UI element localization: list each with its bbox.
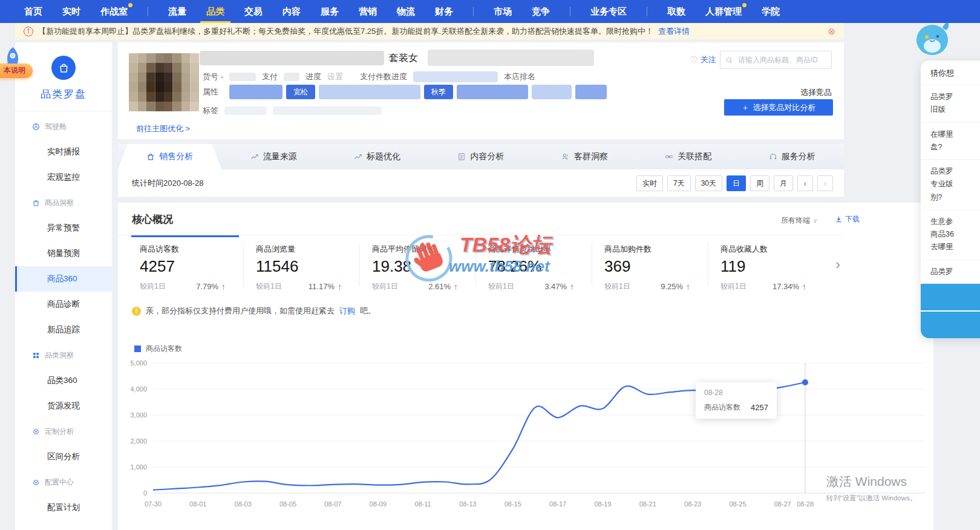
stat-card-1[interactable]: 商品浏览量 11546 较前1日11.17%↑: [244, 235, 360, 296]
nav-item-8[interactable]: 服务: [321, 0, 339, 23]
prev-page-button[interactable]: ‹: [797, 175, 813, 191]
pay-progress-label: 支付: [262, 71, 278, 82]
nav-item-19[interactable]: 人群管理: [705, 0, 742, 23]
stat-card-0[interactable]: 商品访客数 4257 较前1日7.79%↑: [128, 235, 244, 296]
assistant-panel: 猜你想 品类罗旧版在哪里盘?品类罗专业版别?生意参商品36去哪里品类罗: [921, 61, 980, 338]
helper-action-primary[interactable]: [921, 284, 980, 310]
tab-2[interactable]: 标题优化: [325, 144, 429, 169]
tab-0[interactable]: 销售分析: [118, 144, 221, 169]
compare-analysis-button[interactable]: ＋ 选择竞品对比分析: [724, 99, 833, 116]
product-info-row: 货号 - 支付 进度 设置 支付件数进度 本店排名: [203, 71, 535, 82]
attr-label: 属性: [203, 87, 218, 97]
sidebar: 品类罗盘 驾驶舱实时播报宏观监控商品洞察异常预警销量预测商品360商品诊断新品追…: [15, 42, 112, 530]
download-button[interactable]: 下载: [835, 214, 860, 224]
mascot-assistant-icon[interactable]: [915, 21, 951, 62]
follow-button[interactable]: ♡ 关注: [690, 54, 716, 65]
nav-item-2[interactable]: 作战室: [100, 0, 128, 23]
stat-card-4[interactable]: 商品加购件数 369 较前1日9.25%↑: [592, 235, 708, 296]
stat-card-5[interactable]: 商品收藏人数 119 较前1日17.34%↑: [708, 235, 825, 296]
nav-item-20[interactable]: 学院: [762, 0, 780, 23]
nav-item-4[interactable]: 流量: [168, 0, 186, 23]
svg-text:3,000: 3,000: [130, 411, 147, 419]
nav-item-0[interactable]: 首页: [24, 0, 42, 23]
nav-item-18[interactable]: 取数: [667, 0, 685, 23]
assistant-faq-list: 品类罗旧版在哪里盘?品类罗专业版别?生意参商品36去哪里品类罗: [921, 85, 980, 284]
sidebar-item-11[interactable]: 货源发现: [15, 393, 112, 419]
shop-rank-label: 本店排名: [504, 71, 535, 82]
svg-text:08-01: 08-01: [189, 500, 206, 508]
tooltip-series-label: 商品访客数: [704, 402, 740, 413]
settings-link[interactable]: 设置: [327, 71, 343, 82]
helper-item-4[interactable]: 品类罗: [921, 260, 980, 284]
period-button-2[interactable]: 30天: [695, 175, 722, 191]
period-button-5[interactable]: 月: [774, 175, 793, 191]
main-image-optimize-link[interactable]: 前往主图优化 >: [136, 123, 190, 134]
nav-item-5[interactable]: 品类: [206, 0, 224, 23]
up-arrow-icon: ↑: [454, 282, 458, 292]
banner-close-icon[interactable]: ⊗: [828, 26, 835, 37]
period-button-3[interactable]: 日: [727, 175, 746, 191]
dashboard-icon: [32, 123, 40, 131]
search-input[interactable]: [737, 55, 826, 65]
svg-text:08-15: 08-15: [505, 500, 521, 508]
cards-next-chevron-icon[interactable]: ›: [835, 258, 840, 270]
nav-item-9[interactable]: 营销: [359, 0, 377, 23]
nav-item-10[interactable]: 物流: [397, 0, 415, 23]
notice-text-end: 吧。: [360, 306, 376, 316]
sidebar-item-8[interactable]: 新品追踪: [15, 317, 112, 342]
item-number-label: 货号 -: [203, 71, 223, 82]
stat-card-3[interactable]: 商品详情页跳出率 78.26% 较前1日3.47%↑: [476, 235, 592, 296]
version-note-pill[interactable]: 本说明: [0, 64, 33, 78]
sidebar-item-6[interactable]: 商品360: [15, 266, 112, 292]
nav-item-13[interactable]: 市场: [494, 0, 512, 23]
sidebar-item-7[interactable]: 商品诊断: [15, 292, 112, 317]
product-image[interactable]: [129, 53, 199, 111]
blurred-title-blob: [428, 50, 594, 66]
period-button-0[interactable]: 实时: [636, 175, 663, 191]
tab-5[interactable]: 关联搭配: [636, 144, 740, 169]
period-button-4[interactable]: 周: [750, 175, 769, 191]
banner-details-link[interactable]: 查看详情: [658, 26, 690, 37]
stat-toolbar: 统计时间2020-08-28 实时7天30天日周月‹›: [118, 169, 844, 197]
period-button-1[interactable]: 7天: [667, 175, 691, 191]
sidebar-item-4[interactable]: 异常预警: [15, 215, 112, 241]
chart-legend[interactable]: 商品访客数: [134, 344, 182, 354]
blurred-attr-pill: [457, 85, 528, 99]
helper-item-0[interactable]: 品类罗旧版: [921, 85, 980, 122]
nav-item-7[interactable]: 内容: [283, 0, 301, 23]
stat-time-label: 统计时间2020-08-28: [132, 178, 204, 189]
helper-item-2[interactable]: 品类罗专业版别?: [921, 159, 980, 209]
stat-card-2[interactable]: 商品平均停留时长 19.38 较前1日2.61%↑: [360, 235, 476, 296]
banner-text: 【新功能提前享本周即止】品类罗盘福利继续，多重好礼不断；每天免费抽奖，年度优惠低…: [38, 26, 653, 37]
nav-item-1[interactable]: 实时: [62, 0, 80, 23]
sidebar-item-10[interactable]: 品类360: [15, 368, 112, 393]
sidebar-item-2[interactable]: 宏观监控: [15, 165, 112, 190]
visitors-trend-chart[interactable]: 01,0002,0003,0004,0005,00007-3008-0108-0…: [118, 357, 933, 514]
nav-item-11[interactable]: 财务: [435, 0, 453, 23]
tab-6[interactable]: 服务分析: [740, 144, 844, 169]
attr-pill-1: 宽松: [286, 85, 315, 99]
tab-4[interactable]: 客群洞察: [533, 144, 636, 169]
legend-label: 商品访客数: [146, 344, 182, 354]
product-search-box: [720, 51, 832, 69]
sidebar-item-15[interactable]: 配置计划: [15, 495, 112, 520]
helper-item-1[interactable]: 在哪里盘?: [921, 122, 980, 160]
kpi-cards-row: 商品访客数 4257 较前1日7.79%↑ 商品浏览量 11546 较前1日11…: [118, 235, 844, 296]
helper-action-secondary[interactable]: [921, 312, 980, 338]
nav-item-14[interactable]: 竞争: [532, 0, 550, 23]
nav-item-6[interactable]: 交易: [244, 0, 263, 23]
svg-text:08-11: 08-11: [414, 500, 431, 508]
order-link[interactable]: 订购: [339, 306, 355, 316]
sidebar-item-1[interactable]: 实时播报: [15, 139, 112, 165]
users-icon: [561, 152, 570, 161]
nav-item-16[interactable]: 业务专区: [590, 0, 627, 23]
terminal-filter-dropdown[interactable]: 所有终端 ∨: [781, 215, 817, 226]
sidebar-item-13[interactable]: 区间分析: [15, 444, 112, 469]
next-page-button[interactable]: ›: [817, 175, 833, 191]
sidebar-item-5[interactable]: 销量预测: [15, 241, 112, 266]
attr-pill-3: 秋季: [424, 85, 453, 99]
helper-item-3[interactable]: 生意参商品36去哪里: [921, 209, 980, 260]
tab-3[interactable]: 内容分析: [429, 144, 532, 169]
tab-1[interactable]: 流量来源: [221, 144, 325, 169]
nav-divider: [473, 7, 474, 16]
